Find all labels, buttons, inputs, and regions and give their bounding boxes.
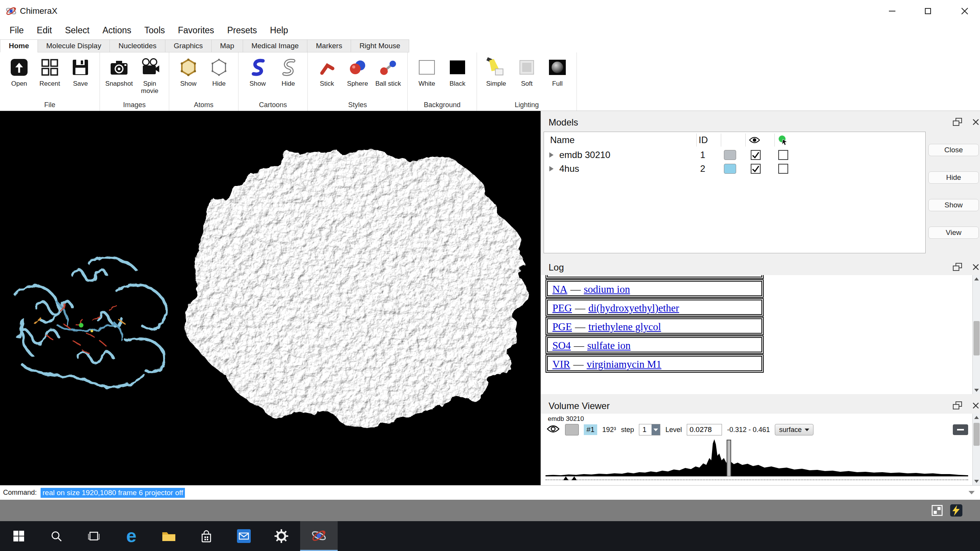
model-selected-checkbox[interactable]	[778, 150, 788, 160]
style-dropdown[interactable]: surface	[775, 424, 813, 435]
lighting-soft-button[interactable]: Soft	[512, 55, 541, 100]
model-shown-checkbox[interactable]	[751, 164, 761, 174]
command-input[interactable]: real on size 1920,1080 frame 6 projector…	[41, 487, 957, 498]
model-row-emdb[interactable]: emdb 30210 1	[544, 148, 925, 162]
tab-medical-image[interactable]: Medical Image	[243, 39, 308, 52]
volume-viewer-close-icon[interactable]	[970, 400, 980, 411]
menu-tools[interactable]: Tools	[138, 22, 172, 38]
ligand-code-link[interactable]: PEG	[552, 302, 572, 314]
snapshot-button[interactable]: Snapshot	[105, 55, 134, 100]
log-content[interactable]: NA—sodium ion PEG—di(hydroxyethyl)ether …	[541, 275, 980, 394]
volume-histogram[interactable]	[546, 438, 968, 476]
models-view-button[interactable]: View	[928, 227, 979, 239]
stick-button[interactable]: Stick	[312, 55, 341, 100]
chimerax-taskbar-button[interactable]	[300, 521, 338, 551]
graphics-viewport[interactable]	[0, 111, 541, 485]
save-button[interactable]: Save	[66, 55, 95, 100]
start-button[interactable]	[0, 521, 38, 551]
ball-stick-button[interactable]: Ball stick	[374, 55, 403, 100]
volume-color-swatch[interactable]	[565, 424, 579, 435]
model-color-swatch[interactable]	[724, 164, 736, 174]
sphere-button[interactable]: Sphere	[343, 55, 372, 100]
settings-button[interactable]	[263, 521, 300, 551]
ligand-code-link[interactable]: VIR	[552, 359, 570, 370]
scrollbar-thumb[interactable]	[973, 423, 980, 446]
file-explorer-button[interactable]	[150, 521, 188, 551]
log-scrollbar[interactable]	[972, 275, 980, 394]
ligand-code-link[interactable]: NA	[552, 284, 567, 295]
models-float-icon[interactable]	[951, 116, 964, 128]
lightning-shortcut-icon[interactable]	[949, 504, 963, 519]
scroll-up-icon[interactable]	[973, 275, 980, 283]
model-color-swatch[interactable]	[724, 150, 736, 160]
search-button[interactable]	[38, 521, 75, 551]
store-button[interactable]	[188, 521, 225, 551]
command-history-dropdown-icon[interactable]	[969, 491, 975, 494]
scroll-down-icon[interactable]	[973, 386, 980, 394]
scrollbar-thumb[interactable]	[973, 321, 980, 355]
models-close-icon[interactable]	[970, 116, 980, 128]
menu-presets[interactable]: Presets	[220, 22, 263, 38]
tab-nucleotides[interactable]: Nucleotides	[109, 39, 165, 52]
ligand-desc-link[interactable]: virginiamycin M1	[587, 359, 662, 370]
mail-button[interactable]	[225, 521, 263, 551]
scroll-down-icon[interactable]	[973, 478, 980, 485]
models-show-button[interactable]: Show	[928, 199, 979, 211]
menu-actions[interactable]: Actions	[96, 22, 138, 38]
close-button[interactable]	[951, 0, 978, 22]
minimize-button[interactable]	[878, 0, 906, 22]
log-close-icon[interactable]	[970, 261, 980, 273]
ligand-desc-link[interactable]: di(hydroxyethyl)ether	[588, 302, 679, 314]
expand-chevron-icon[interactable]	[549, 152, 554, 158]
lighting-simple-button[interactable]: Simple	[482, 55, 511, 100]
ligand-desc-link[interactable]: sodium ion	[584, 284, 630, 295]
ligand-code-link[interactable]: SO4	[552, 340, 571, 351]
tab-markers[interactable]: Markers	[307, 39, 351, 52]
menu-select[interactable]: Select	[59, 22, 96, 38]
cartoons-show-button[interactable]: Show	[243, 55, 272, 100]
models-close-model-button[interactable]: Close	[928, 144, 979, 156]
panel-options-button[interactable]	[953, 424, 968, 435]
open-button[interactable]: Open	[5, 55, 34, 100]
tab-molecule-display[interactable]: Molecule Display	[38, 39, 110, 52]
background-black-button[interactable]: Black	[443, 55, 472, 100]
plane-slider-track[interactable]	[546, 479, 968, 480]
range-marker-icon[interactable]	[572, 476, 577, 480]
log-float-icon[interactable]	[951, 261, 964, 273]
edge-button[interactable]: e	[113, 521, 150, 551]
expand-chevron-icon[interactable]	[549, 166, 554, 171]
atoms-hide-button[interactable]: Hide	[204, 55, 234, 100]
tab-map[interactable]: Map	[211, 39, 243, 52]
step-dropdown[interactable]: 1	[639, 424, 660, 435]
level-input[interactable]	[687, 424, 722, 435]
volume-viewer-scrollbar[interactable]	[972, 414, 980, 485]
menu-favorites[interactable]: Favorites	[172, 22, 221, 38]
volume-model-id[interactable]: #1	[584, 424, 597, 435]
spin-movie-button[interactable]: Spin movie	[135, 55, 164, 100]
ligand-code-link[interactable]: PGE	[552, 321, 572, 333]
menu-edit[interactable]: Edit	[30, 22, 59, 38]
models-hide-button[interactable]: Hide	[928, 171, 979, 184]
scroll-up-icon[interactable]	[973, 414, 980, 421]
lighting-full-button[interactable]: Full	[543, 55, 572, 100]
cartoons-hide-button[interactable]: Hide	[274, 55, 303, 100]
atoms-show-button[interactable]: Show	[174, 55, 203, 100]
level-marker-handle[interactable]	[727, 440, 731, 476]
range-marker-icon[interactable]	[563, 476, 568, 480]
model-selected-checkbox[interactable]	[778, 164, 788, 174]
menu-help[interactable]: Help	[263, 22, 294, 38]
background-white-button[interactable]: White	[412, 55, 441, 100]
tab-graphics[interactable]: Graphics	[165, 39, 212, 52]
tab-home[interactable]: Home	[0, 39, 38, 52]
model-row-4hus[interactable]: 4hus 2	[544, 162, 925, 176]
volume-shown-eye-icon[interactable]	[546, 424, 560, 435]
model-shown-checkbox[interactable]	[751, 150, 761, 160]
ligand-desc-link[interactable]: triethylene glycol	[588, 321, 661, 333]
volume-viewer-float-icon[interactable]	[951, 400, 964, 411]
ligand-desc-link[interactable]: sulfate ion	[587, 340, 630, 351]
menu-file[interactable]: File	[3, 22, 30, 38]
maximize-button[interactable]	[914, 0, 942, 22]
task-view-button[interactable]	[75, 521, 113, 551]
tab-right-mouse[interactable]: Right Mouse	[351, 39, 409, 52]
display-layout-shortcut-icon[interactable]	[931, 504, 943, 518]
